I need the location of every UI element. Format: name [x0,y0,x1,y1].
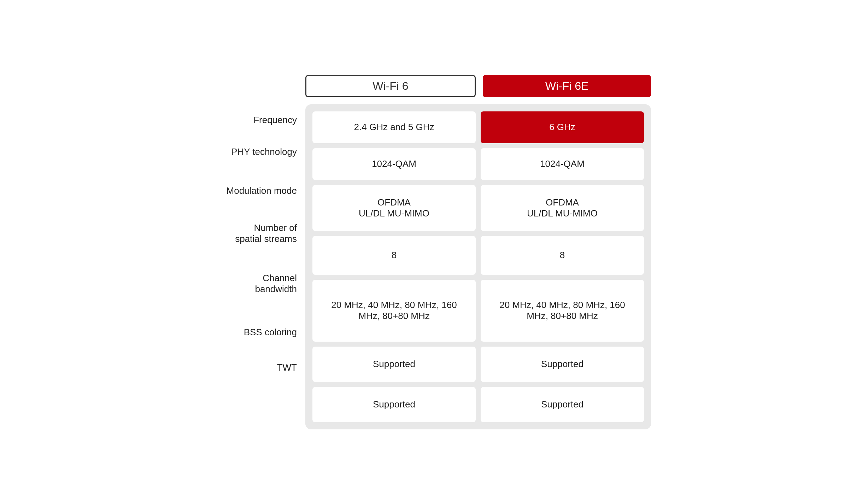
label-modulation: Modulation mode [217,168,305,214]
cell-twt-wifi6e: Supported [481,387,644,422]
row-bss: Supported Supported [312,347,644,382]
cell-mod-wifi6: OFDMA UL/DL MU-MIMO [312,185,476,231]
table-body: Frequency PHY technology Modulation mode… [217,104,651,429]
cell-channel-wifi6: 20 MHz, 40 MHz, 80 MHz, 160 MHz, 80+80 M… [312,280,476,342]
cell-phy-wifi6: 1024-QAM [312,148,476,180]
cell-twt-wifi6: Supported [312,387,476,422]
row-frequency: 2.4 GHz and 5 GHz 6 GHz [312,111,644,143]
row-phy: 1024-QAM 1024-QAM [312,148,644,180]
wifi6e-label: Wi-Fi 6E [545,80,589,93]
cell-mod-wifi6e: OFDMA UL/DL MU-MIMO [481,185,644,231]
label-spatial: Number of spatial streams [217,214,305,253]
data-grid: 2.4 GHz and 5 GHz 6 GHz 1024-QAM 1024-QA… [305,104,651,429]
cell-spatial-wifi6: 8 [312,236,476,275]
cell-freq-wifi6: 2.4 GHz and 5 GHz [312,111,476,143]
cell-bss-wifi6e: Supported [481,347,644,382]
row-labels: Frequency PHY technology Modulation mode… [217,104,305,429]
cell-freq-wifi6e: 6 GHz [481,111,644,143]
label-frequency: Frequency [217,104,305,136]
label-twt: TWT [217,350,305,386]
row-twt: Supported Supported [312,387,644,422]
wifi6-header: Wi-Fi 6 [305,75,476,97]
row-modulation: OFDMA UL/DL MU-MIMO OFDMA UL/DL MU-MIMO [312,185,644,231]
row-spatial: 8 8 [312,236,644,275]
label-bss: BSS coloring [217,315,305,350]
wifi6e-header: Wi-Fi 6E [483,75,651,97]
header-row: Wi-Fi 6 Wi-Fi 6E [217,75,651,97]
cell-spatial-wifi6e: 8 [481,236,644,275]
cell-channel-wifi6e: 20 MHz, 40 MHz, 80 MHz, 160 MHz, 80+80 M… [481,280,644,342]
label-phy: PHY technology [217,136,305,168]
cell-phy-wifi6e: 1024-QAM [481,148,644,180]
comparison-table: Wi-Fi 6 Wi-Fi 6E Frequency PHY technolog… [217,75,651,429]
wifi6-label: Wi-Fi 6 [373,80,408,93]
column-headers: Wi-Fi 6 Wi-Fi 6E [305,75,651,97]
label-channel: Channel bandwidth [217,253,305,315]
row-channel: 20 MHz, 40 MHz, 80 MHz, 160 MHz, 80+80 M… [312,280,644,342]
cell-bss-wifi6: Supported [312,347,476,382]
